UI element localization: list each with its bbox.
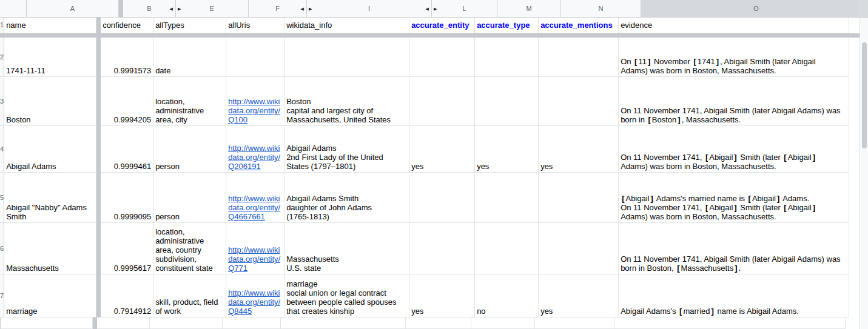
hidden-columns-arrow-icon[interactable]: ◀ [426,7,429,11]
cell-header-accurate-mentions[interactable]: accurate_mentions [539,18,619,33]
cell-name[interactable]: Massachusetts [4,223,96,274]
cell-accurate-mentions[interactable] [539,38,619,77]
row-number[interactable]: 5 [0,173,4,223]
cell-header-confidence[interactable]: confidence [101,18,153,33]
cell-accurate-entity[interactable]: yes [409,274,475,317]
frozen-column-divider[interactable] [119,0,123,18]
column-header-b[interactable]: B ◀ [123,0,176,18]
vertical-scrollbar[interactable] [860,0,868,329]
frozen-row-divider[interactable] [0,33,868,38]
cell-header-accurate-type[interactable]: accurate_type [475,18,539,33]
frozen-column-divider[interactable] [96,173,101,223]
cell[interactable] [471,317,535,329]
cell-header-evidence[interactable]: evidence [619,18,849,33]
cell-accurate-type[interactable]: yes [475,126,539,173]
cell-wikidata-info[interactable]: Massachusetts U.S. state [284,223,409,274]
cell-accurate-entity[interactable] [409,38,475,77]
cell-accurate-entity[interactable] [409,77,475,126]
cell-accurate-type[interactable]: no [475,274,539,317]
cell-wikidata-info[interactable]: Boston capital and largest city of Massa… [284,77,409,126]
cell-accurate-entity[interactable] [409,173,475,223]
cell-header-alltypes[interactable]: allTypes [153,18,226,33]
cell-name[interactable]: Abigail Adams [4,126,96,173]
cell-confidence[interactable]: 0.9994205 [101,77,153,126]
column-header-f[interactable]: F ◀ [249,0,307,18]
column-header-a[interactable]: A [27,0,119,18]
cell-alltypes[interactable]: date [153,38,226,77]
hidden-columns-arrow-icon[interactable]: ▶ [178,7,181,11]
frozen-column-divider[interactable] [93,317,97,329]
cell[interactable] [406,317,471,329]
frozen-column-divider[interactable] [96,18,101,33]
cell[interactable] [281,317,406,329]
cell-alluris[interactable]: http://www.wiki data.org/entity/ Q466766… [226,173,284,223]
cell-accurate-mentions[interactable]: yes [539,274,619,317]
frozen-column-divider[interactable] [96,77,101,126]
cell-accurate-type[interactable] [475,223,539,274]
cell-accurate-type[interactable] [475,77,539,126]
column-header-l[interactable]: ▶ L [432,0,497,18]
cell[interactable] [150,317,223,329]
cell[interactable] [223,317,281,329]
column-header-o[interactable]: O [641,0,868,18]
wikidata-link[interactable]: http://www.wiki data.org/entity/ Q206191 [228,144,280,171]
cell-wikidata-info[interactable]: Abigail Adams 2nd First Lady of the Unit… [284,126,409,173]
hidden-columns-arrow-icon[interactable]: ▶ [434,7,437,11]
cell-confidence[interactable]: 0.9995617 [101,223,153,274]
cell[interactable] [535,317,615,329]
hidden-columns-arrow-icon[interactable]: ◀ [301,7,304,11]
cell[interactable] [615,317,846,329]
row-number[interactable]: 2 [0,38,4,77]
cell-name[interactable]: Abigail "Nabby" Adams Smith [4,173,96,223]
cell-alltypes[interactable]: location, administrative area, city [153,77,226,126]
cell-accurate-mentions[interactable] [539,223,619,274]
row-number[interactable]: 4 [0,126,4,173]
select-all-corner[interactable] [0,0,27,18]
wikidata-link[interactable]: http://www.wiki data.org/entity/ Q466766… [228,194,280,221]
cell-evidence[interactable]: On [11] November [1741], Abigail Smith (… [619,38,849,77]
frozen-column-divider[interactable] [96,274,101,317]
cell-header-accurate-entity[interactable]: accurate_entity [409,18,475,33]
cell-header-wikidata-info[interactable]: wikidata_info [284,18,409,33]
cell-wikidata-info[interactable]: marriage social union or legal contract … [284,274,409,317]
cell-accurate-entity[interactable]: yes [409,126,475,173]
cell-confidence[interactable]: 0.7914912 [101,274,153,317]
cell-evidence[interactable]: On 11 November 1741, Abigail Smith (late… [619,77,849,126]
cell[interactable] [97,317,150,329]
scrollbar-thumb[interactable] [862,42,867,148]
row-number[interactable]: 1 [0,18,4,33]
cell-accurate-type[interactable] [475,173,539,223]
cell-accurate-mentions[interactable]: yes [539,126,619,173]
cell-confidence[interactable]: 0.9999095 [101,173,153,223]
cell-confidence[interactable]: 0.9991573 [101,38,153,77]
hidden-columns-arrow-icon[interactable]: ▶ [309,7,312,11]
cell-alluris[interactable]: http://www.wiki data.org/entity/ Q206191 [226,126,284,173]
column-header-m[interactable]: M [497,0,561,18]
cell-name[interactable]: 1741-11-11 [4,38,96,77]
cell-alltypes[interactable]: skill, product, field of work [153,274,226,317]
cell-evidence[interactable]: On 11 November 1741, [Abigail] Smith (la… [619,126,849,173]
cell-accurate-mentions[interactable] [539,77,619,126]
cell-alltypes[interactable]: person [153,173,226,223]
wikidata-link[interactable]: http://www.wiki data.org/entity/ Q100 [228,97,280,124]
cell-accurate-type[interactable] [475,38,539,77]
cell-evidence[interactable]: Abigail Adams's [married] name is Abigai… [619,274,849,317]
frozen-column-divider[interactable] [96,38,101,77]
cell-name[interactable]: marriage [4,274,96,317]
cell-header-name[interactable]: name [4,18,96,33]
column-header-e[interactable]: ▶ E [176,0,249,18]
cell-wikidata-info[interactable]: Abigail Adams Smith daughter of John Ada… [284,173,409,223]
cell-confidence[interactable]: 0.9999461 [101,126,153,173]
cell-wikidata-info[interactable] [284,38,409,77]
row-number[interactable]: 7 [0,274,4,317]
cell-accurate-entity[interactable] [409,223,475,274]
cell-evidence[interactable]: On 11 November 1741, Abigail Smith (late… [619,223,849,274]
cell-alltypes[interactable]: person [153,126,226,173]
cell-alluris[interactable]: http://www.wiki data.org/entity/ Q100 [226,77,284,126]
cell-alltypes[interactable]: location, administrative area, country s… [153,223,226,274]
column-header-i[interactable]: ▶ I ◀ [307,0,432,18]
cell-alluris[interactable]: http://www.wiki data.org/entity/ Q771 [226,223,284,274]
cell-alluris[interactable]: http://www.wiki data.org/entity/ Q8445 [226,274,284,317]
cell-alluris[interactable] [226,38,284,77]
cell-evidence[interactable]: [Abigail] Adams's married name is [Abiga… [619,173,849,223]
